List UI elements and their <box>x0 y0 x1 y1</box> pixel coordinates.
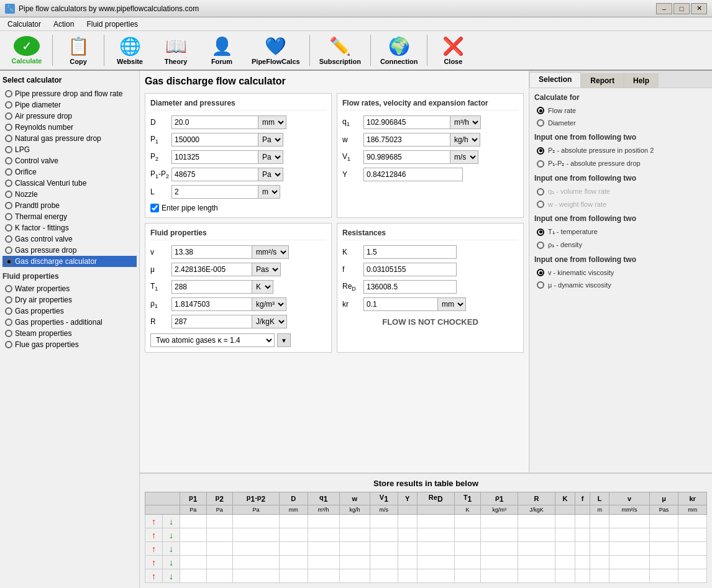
connection-button[interactable]: 🌍 Connection <box>375 33 424 68</box>
row5-v <box>609 569 649 583</box>
v-unit-select[interactable]: mm²/s <box>252 245 289 259</box>
L-input[interactable] <box>171 185 258 199</box>
row4-down[interactable]: ↓ <box>163 556 180 569</box>
sidebar-item-lpg[interactable]: LPG <box>2 144 137 155</box>
copy-button[interactable]: 📋 Copy <box>57 33 100 68</box>
sidebar-item-kfactor[interactable]: K factor - fittings <box>2 222 137 233</box>
rho1-input[interactable] <box>171 297 252 311</box>
R-input[interactable] <box>171 315 252 328</box>
sidebar-item-flue-gas[interactable]: Flue gas properties <box>2 339 137 350</box>
sidebar-item-water[interactable]: Water properties <box>2 283 137 294</box>
w-unit-select[interactable]: kg/h <box>450 133 480 147</box>
menu-calculator[interactable]: Calculator <box>2 19 46 30</box>
sidebar-label-air-pressure: Air pressure drop <box>15 112 72 120</box>
tab-selection[interactable]: Selection <box>529 72 581 88</box>
sidebar-item-steam[interactable]: Steam properties <box>2 328 137 339</box>
sel-T1-row[interactable]: T₁ - temperature <box>534 227 707 237</box>
sidebar-item-pipe-pressure[interactable]: Pipe pressure drop and flow rate <box>2 88 137 99</box>
row4-mu <box>649 556 678 569</box>
sidebar-item-orifice[interactable]: Orifice <box>2 166 137 178</box>
row3-up[interactable]: ↑ <box>145 542 163 556</box>
w-input[interactable] <box>363 133 450 147</box>
calculate-button[interactable]: ✓ Calculate <box>5 33 48 68</box>
row4-up[interactable]: ↑ <box>145 556 163 569</box>
row2-down[interactable]: ↓ <box>163 528 180 542</box>
row3-down[interactable]: ↓ <box>163 542 180 556</box>
sel-w-row[interactable]: w - weight flow rate <box>534 199 707 209</box>
sidebar-item-air-pressure[interactable]: Air pressure drop <box>2 111 137 122</box>
P2-unit-select[interactable]: Pa <box>258 150 283 164</box>
P1P2-input[interactable] <box>171 168 258 181</box>
sel-rho1-row[interactable]: ρ₁ - density <box>534 240 707 250</box>
maximize-button[interactable]: □ <box>673 3 690 14</box>
row1-down[interactable]: ↓ <box>163 515 180 528</box>
Y-input[interactable] <box>363 168 463 181</box>
enter-pipe-length-checkbox[interactable] <box>150 204 159 212</box>
subscription-button[interactable]: ✏️ Subscription <box>314 33 367 68</box>
sidebar-item-gas-props[interactable]: Gas properties <box>2 305 137 317</box>
minimize-button[interactable]: – <box>656 3 672 14</box>
mu-input[interactable] <box>171 263 252 276</box>
sidebar-item-nozzle[interactable]: Nozzle <box>2 189 137 200</box>
f-input[interactable] <box>363 263 457 276</box>
sidebar-item-dry-air[interactable]: Dry air properties <box>2 294 137 305</box>
sidebar-item-natural-gas[interactable]: Natural gas pressure drop <box>2 133 137 144</box>
sel-P1P2-abs-row[interactable]: P₁-P₂ - absolute pressure drop <box>534 158 707 169</box>
gas-type-select[interactable]: Two atomic gases κ = 1.4 <box>150 333 275 347</box>
row1-up[interactable]: ↑ <box>145 515 163 528</box>
P1-input[interactable] <box>171 133 258 147</box>
sidebar-item-gas-pressure[interactable]: Gas pressure drop <box>2 245 137 256</box>
sidebar-item-gas-discharge[interactable]: Gas discharge calculator <box>2 256 137 267</box>
menu-fluid-properties[interactable]: Fluid properties <box>81 19 143 30</box>
pipeflowcalcs-button[interactable]: 💙 PipeFlowCalcs <box>246 33 306 68</box>
sidebar-item-thermal[interactable]: Thermal energy <box>2 211 137 222</box>
sel-q1-row[interactable]: q₁ - volume flow rate <box>534 186 707 197</box>
rho1-unit-select[interactable]: kg/m³ <box>252 297 286 311</box>
tab-report[interactable]: Report <box>581 73 624 88</box>
P1P2-unit-select[interactable]: Pa <box>258 168 283 181</box>
sel-v-row[interactable]: v - kinematic viscosity <box>534 268 707 278</box>
theory-button[interactable]: 📖 Theory <box>154 33 198 68</box>
row5-down[interactable]: ↓ <box>163 569 180 583</box>
sel-P2-abs-row[interactable]: P₂ - absolute pressure in position 2 <box>534 145 707 156</box>
D-input[interactable] <box>171 115 258 129</box>
P1-unit-select[interactable]: Pa <box>258 133 283 147</box>
T1-input[interactable] <box>171 280 252 294</box>
website-button[interactable]: 🌐 Website <box>108 33 152 68</box>
sel-flow-rate-row[interactable]: Flow rate <box>534 106 707 115</box>
sidebar-item-gas-additional[interactable]: Gas properties - additional <box>2 317 137 328</box>
sidebar-item-control-valve[interactable]: Control valve <box>2 155 137 166</box>
enter-pipe-length-label: Enter pipe length <box>162 204 218 212</box>
sidebar-item-reynolds[interactable]: Reynolds number <box>2 122 137 133</box>
K-input[interactable] <box>363 245 457 259</box>
sidebar-item-prandtl[interactable]: Prandtl probe <box>2 200 137 211</box>
V1-input[interactable] <box>363 150 450 164</box>
sidebar-item-pipe-diameter[interactable]: Pipe diameter <box>2 99 137 111</box>
q1-unit-select[interactable]: m³/h <box>450 115 481 129</box>
kr-input[interactable] <box>363 297 438 311</box>
tab-help[interactable]: Help <box>624 73 659 88</box>
sel-diameter-row[interactable]: Diameter <box>534 118 707 128</box>
row2-up[interactable]: ↑ <box>145 528 163 542</box>
close-button[interactable]: ❌ Close <box>431 33 475 68</box>
radio-dry-air <box>5 296 12 304</box>
P2-input[interactable] <box>171 150 258 164</box>
R-unit-select[interactable]: J/kgK <box>252 315 287 328</box>
menu-action[interactable]: Action <box>48 19 79 30</box>
v-input[interactable] <box>171 245 252 259</box>
window-close-button[interactable]: ✕ <box>691 3 707 14</box>
q1-input[interactable] <box>363 115 450 129</box>
ReD-input[interactable] <box>363 280 457 294</box>
mu-unit-select[interactable]: Pas <box>252 263 281 276</box>
T1-unit-select[interactable]: K <box>252 280 273 294</box>
sidebar-item-venturi[interactable]: Classical Venturi tube <box>2 178 137 189</box>
sidebar-item-gas-control[interactable]: Gas control valve <box>2 233 137 245</box>
L-unit-select[interactable]: m <box>258 185 280 199</box>
gas-type-dropdown-btn[interactable]: ▼ <box>277 333 291 347</box>
kr-unit-select[interactable]: mm <box>438 297 466 311</box>
D-unit-select[interactable]: mm <box>258 115 286 129</box>
V1-unit-select[interactable]: m/s <box>450 150 478 164</box>
sel-mu-row[interactable]: μ - dynamic viscosity <box>534 280 707 290</box>
row5-up[interactable]: ↑ <box>145 569 163 583</box>
forum-button[interactable]: 👤 Forum <box>200 33 244 68</box>
